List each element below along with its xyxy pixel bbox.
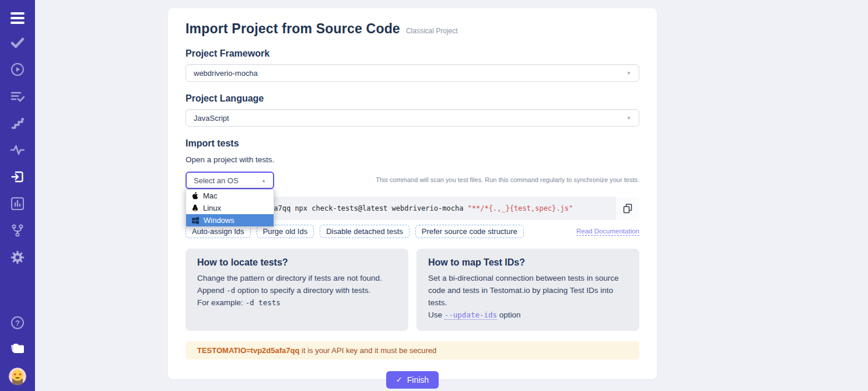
os-option-label: Mac — [203, 191, 218, 200]
api-key-text: it is your API key and it must be secure… — [299, 346, 436, 355]
check-icon[interactable] — [10, 36, 25, 49]
os-option-label: Windows — [204, 216, 235, 225]
import-project-card: Import Project from Source Code Classica… — [168, 8, 657, 379]
map-test-ids-title: How to map Test IDs? — [428, 257, 628, 268]
locate-tests-title: How to locate tests? — [197, 257, 397, 268]
os-option-mac[interactable]: Mac — [186, 190, 274, 202]
d-tests-code: -d tests — [246, 298, 281, 307]
windows-icon — [192, 217, 199, 224]
sidebar: ? ♥ ♥ — [0, 0, 35, 391]
svg-text:♥: ♥ — [13, 372, 16, 376]
import-icon[interactable] — [10, 170, 25, 183]
map-test-ids-body: Set a bi-directional connection between … — [428, 273, 628, 322]
page-subtitle: Classical Project — [406, 27, 458, 35]
check-icon: ✓ — [396, 375, 402, 384]
svg-text:♥: ♥ — [19, 372, 21, 376]
chevron-up-icon: ▲ — [261, 178, 266, 183]
map-text: Set a bi-directional connection between … — [428, 274, 618, 307]
os-select-placeholder: Select an OS — [194, 176, 239, 185]
locate-text: option to specify a directory with tests… — [235, 286, 370, 295]
command-hint: This command will scan you test files. R… — [376, 176, 639, 183]
copy-icon — [622, 203, 633, 214]
import-tests-subtext: Open a project with tests. — [186, 155, 639, 164]
d-flag-code: -d — [226, 286, 235, 295]
analytics-icon[interactable] — [10, 197, 25, 210]
svg-text:?: ? — [15, 319, 20, 327]
api-key-note: TESTOMATIO=tvp2d5afa7qq it is your API k… — [186, 341, 639, 359]
language-select[interactable]: JavaScript ▼ — [186, 109, 639, 127]
settings-icon[interactable] — [10, 251, 25, 264]
chevron-down-icon: ▼ — [626, 116, 631, 121]
os-select-button[interactable]: Select an OS ▲ — [186, 172, 274, 189]
import-tests-heading: Import tests — [186, 138, 639, 149]
badge-prefer-source-structure[interactable]: Prefer source code structure — [415, 225, 524, 238]
chevron-down-icon: ▼ — [626, 71, 631, 76]
os-select-row: Select an OS ▲ This command will scan yo… — [186, 172, 639, 189]
read-documentation-link[interactable]: Read Documentation — [576, 228, 639, 236]
page-title: Import Project from Source Code — [186, 21, 400, 37]
play-circle-icon[interactable] — [10, 63, 25, 76]
apple-icon — [192, 192, 198, 200]
locate-text: For example: — [197, 298, 246, 307]
menu-icon[interactable] — [10, 9, 25, 27]
map-test-ids-card: How to map Test IDs? Set a bi-directiona… — [416, 249, 639, 331]
finish-button-label: Finish — [407, 375, 429, 385]
framework-label: Project Framework — [186, 48, 639, 59]
finish-row: ✓ Finish — [186, 371, 639, 389]
help-icon[interactable]: ? — [10, 316, 25, 329]
os-option-windows[interactable]: Windows — [186, 214, 274, 226]
finish-button[interactable]: ✓ Finish — [386, 371, 439, 389]
framework-select[interactable]: webdriverio-mocha ▼ — [186, 64, 639, 82]
map-text: option — [497, 310, 521, 319]
badge-disable-detached-tests[interactable]: Disable detached tests — [320, 225, 410, 238]
language-label: Project Language — [186, 93, 639, 104]
map-text: Use — [428, 310, 444, 319]
api-key-value: TESTOMATIO=tvp2d5afa7qq — [197, 346, 299, 355]
language-select-value: JavaScript — [194, 114, 229, 123]
update-ids-link[interactable]: --update-ids — [444, 310, 497, 320]
locate-tests-body: Change the pattern or directory if tests… — [197, 273, 397, 309]
os-dropdown-menu: Mac Linux Windows — [186, 189, 274, 227]
command-glob-pattern: "**/*{.,_}{test,spec}.js" — [468, 204, 573, 212]
steps-icon[interactable] — [10, 117, 25, 130]
page-header: Import Project from Source Code Classica… — [186, 21, 639, 37]
framework-select-value: webdriverio-mocha — [194, 69, 258, 78]
os-option-linux[interactable]: Linux — [186, 202, 274, 214]
branch-icon[interactable] — [10, 224, 25, 237]
activity-icon[interactable] — [10, 144, 25, 156]
copy-command-button[interactable] — [616, 197, 639, 220]
linux-icon — [192, 204, 198, 212]
os-option-label: Linux — [203, 204, 221, 212]
test-list-icon[interactable] — [10, 90, 25, 103]
projects-icon[interactable] — [10, 342, 25, 355]
locate-tests-card: How to locate tests? Change the pattern … — [186, 249, 408, 331]
avatar[interactable]: ♥ ♥ — [9, 368, 26, 385]
help-cards: How to locate tests? Change the pattern … — [186, 249, 639, 331]
